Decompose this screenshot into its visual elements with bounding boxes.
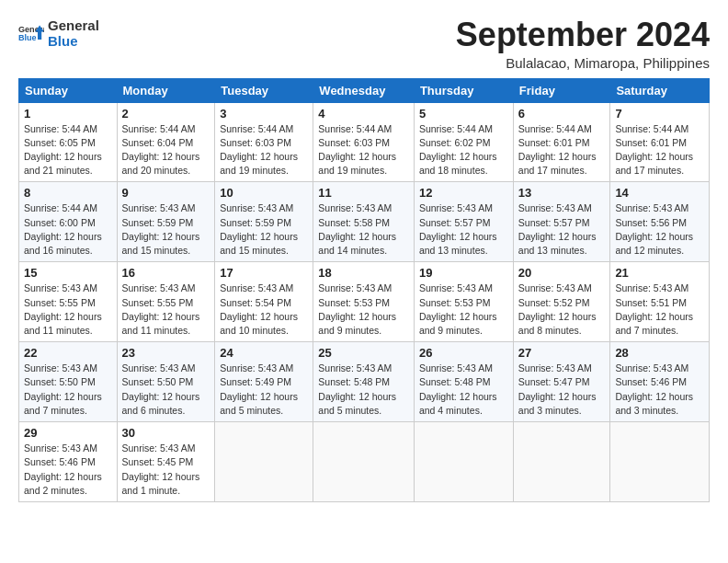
week-row-1: 1Sunrise: 5:44 AM Sunset: 6:05 PM Daylig…: [19, 102, 710, 182]
table-cell: 17Sunrise: 5:43 AM Sunset: 5:54 PM Dayli…: [215, 262, 313, 342]
week-row-5: 29Sunrise: 5:43 AM Sunset: 5:46 PM Dayli…: [19, 422, 710, 502]
header-row: Sunday Monday Tuesday Wednesday Thursday…: [19, 78, 710, 102]
day-number: 20: [518, 266, 606, 280]
day-info: Sunrise: 5:44 AM Sunset: 6:01 PM Dayligh…: [518, 122, 606, 178]
day-number: 24: [220, 346, 308, 360]
table-cell: 28Sunrise: 5:43 AM Sunset: 5:46 PM Dayli…: [610, 342, 710, 422]
logo: General Blue General Blue: [18, 17, 99, 49]
day-number: 5: [419, 107, 508, 121]
week-row-2: 8Sunrise: 5:44 AM Sunset: 6:00 PM Daylig…: [19, 182, 710, 262]
day-info: Sunrise: 5:44 AM Sunset: 6:03 PM Dayligh…: [220, 122, 308, 178]
day-info: Sunrise: 5:43 AM Sunset: 5:54 PM Dayligh…: [220, 282, 308, 338]
day-number: 9: [122, 186, 210, 200]
col-tuesday: Tuesday: [215, 78, 313, 102]
table-cell: [414, 422, 513, 502]
day-info: Sunrise: 5:43 AM Sunset: 5:53 PM Dayligh…: [419, 282, 508, 338]
day-info: Sunrise: 5:43 AM Sunset: 5:53 PM Dayligh…: [318, 282, 409, 338]
day-number: 30: [122, 426, 210, 440]
day-info: Sunrise: 5:43 AM Sunset: 5:51 PM Dayligh…: [615, 282, 704, 338]
day-info: Sunrise: 5:44 AM Sunset: 6:00 PM Dayligh…: [24, 201, 112, 258]
day-number: 2: [122, 107, 210, 121]
day-number: 26: [419, 346, 508, 360]
table-cell: 12Sunrise: 5:43 AM Sunset: 5:57 PM Dayli…: [414, 182, 513, 262]
day-number: 13: [518, 186, 606, 200]
day-number: 10: [220, 186, 308, 200]
day-number: 12: [419, 186, 508, 200]
table-cell: 22Sunrise: 5:43 AM Sunset: 5:50 PM Dayli…: [19, 342, 118, 422]
day-info: Sunrise: 5:43 AM Sunset: 5:47 PM Dayligh…: [518, 362, 606, 418]
table-cell: 10Sunrise: 5:43 AM Sunset: 5:59 PM Dayli…: [215, 182, 313, 262]
day-info: Sunrise: 5:43 AM Sunset: 5:58 PM Dayligh…: [318, 201, 409, 258]
table-cell: 25Sunrise: 5:43 AM Sunset: 5:48 PM Dayli…: [313, 342, 415, 422]
page: General Blue General Blue September 2024…: [0, 0, 728, 511]
day-info: Sunrise: 5:43 AM Sunset: 5:55 PM Dayligh…: [122, 282, 210, 338]
day-info: Sunrise: 5:44 AM Sunset: 6:04 PM Dayligh…: [122, 122, 210, 178]
table-cell: 1Sunrise: 5:44 AM Sunset: 6:05 PM Daylig…: [19, 102, 118, 182]
table-cell: 3Sunrise: 5:44 AM Sunset: 6:03 PM Daylig…: [215, 102, 313, 182]
day-info: Sunrise: 5:43 AM Sunset: 5:50 PM Dayligh…: [122, 362, 210, 418]
day-info: Sunrise: 5:44 AM Sunset: 6:03 PM Dayligh…: [318, 122, 409, 178]
logo-icon: General Blue: [18, 20, 44, 46]
table-cell: 8Sunrise: 5:44 AM Sunset: 6:00 PM Daylig…: [19, 182, 118, 262]
calendar: Sunday Monday Tuesday Wednesday Thursday…: [18, 78, 710, 502]
day-number: 29: [24, 426, 112, 440]
table-cell: 27Sunrise: 5:43 AM Sunset: 5:47 PM Dayli…: [513, 342, 610, 422]
day-number: 3: [220, 107, 308, 121]
table-cell: 4Sunrise: 5:44 AM Sunset: 6:03 PM Daylig…: [313, 102, 415, 182]
day-info: Sunrise: 5:43 AM Sunset: 5:52 PM Dayligh…: [518, 282, 606, 338]
day-info: Sunrise: 5:43 AM Sunset: 5:50 PM Dayligh…: [24, 362, 112, 418]
day-info: Sunrise: 5:44 AM Sunset: 6:05 PM Dayligh…: [24, 122, 112, 178]
title-block: September 2024 Bulalacao, Mimaropa, Phil…: [456, 17, 710, 71]
day-info: Sunrise: 5:43 AM Sunset: 5:46 PM Dayligh…: [24, 442, 112, 498]
col-saturday: Saturday: [610, 78, 710, 102]
day-info: Sunrise: 5:43 AM Sunset: 5:59 PM Dayligh…: [220, 201, 308, 258]
day-number: 7: [615, 107, 704, 121]
day-number: 15: [24, 266, 112, 280]
day-info: Sunrise: 5:43 AM Sunset: 5:59 PM Dayligh…: [122, 201, 210, 258]
table-cell: 11Sunrise: 5:43 AM Sunset: 5:58 PM Dayli…: [313, 182, 415, 262]
day-number: 8: [24, 186, 112, 200]
day-number: 27: [518, 346, 606, 360]
table-cell: 29Sunrise: 5:43 AM Sunset: 5:46 PM Dayli…: [19, 422, 118, 502]
header: General Blue General Blue September 2024…: [18, 17, 710, 71]
week-row-4: 22Sunrise: 5:43 AM Sunset: 5:50 PM Dayli…: [19, 342, 710, 422]
table-cell: 30Sunrise: 5:43 AM Sunset: 5:45 PM Dayli…: [117, 422, 215, 502]
table-cell: 24Sunrise: 5:43 AM Sunset: 5:49 PM Dayli…: [215, 342, 313, 422]
table-cell: 26Sunrise: 5:43 AM Sunset: 5:48 PM Dayli…: [414, 342, 513, 422]
table-cell: 15Sunrise: 5:43 AM Sunset: 5:55 PM Dayli…: [19, 262, 118, 342]
logo-blue: Blue: [48, 34, 99, 50]
day-number: 14: [615, 186, 704, 200]
day-info: Sunrise: 5:43 AM Sunset: 5:57 PM Dayligh…: [518, 201, 606, 258]
day-info: Sunrise: 5:43 AM Sunset: 5:49 PM Dayligh…: [220, 362, 308, 418]
day-number: 25: [318, 346, 409, 360]
logo-general: General: [48, 18, 99, 34]
day-info: Sunrise: 5:44 AM Sunset: 6:02 PM Dayligh…: [419, 122, 508, 178]
day-info: Sunrise: 5:43 AM Sunset: 5:55 PM Dayligh…: [24, 282, 112, 338]
table-cell: [313, 422, 415, 502]
table-cell: 20Sunrise: 5:43 AM Sunset: 5:52 PM Dayli…: [513, 262, 610, 342]
day-info: Sunrise: 5:43 AM Sunset: 5:46 PM Dayligh…: [615, 362, 704, 418]
day-number: 11: [318, 186, 409, 200]
table-cell: 21Sunrise: 5:43 AM Sunset: 5:51 PM Dayli…: [610, 262, 710, 342]
day-number: 18: [318, 266, 409, 280]
col-monday: Monday: [117, 78, 215, 102]
day-info: Sunrise: 5:44 AM Sunset: 6:01 PM Dayligh…: [615, 122, 704, 178]
table-cell: 23Sunrise: 5:43 AM Sunset: 5:50 PM Dayli…: [117, 342, 215, 422]
table-cell: 14Sunrise: 5:43 AM Sunset: 5:56 PM Dayli…: [610, 182, 710, 262]
table-cell: [513, 422, 610, 502]
col-wednesday: Wednesday: [313, 78, 415, 102]
day-number: 1: [24, 107, 112, 121]
day-number: 22: [24, 346, 112, 360]
day-number: 19: [419, 266, 508, 280]
table-cell: 5Sunrise: 5:44 AM Sunset: 6:02 PM Daylig…: [414, 102, 513, 182]
week-row-3: 15Sunrise: 5:43 AM Sunset: 5:55 PM Dayli…: [19, 262, 710, 342]
day-number: 23: [122, 346, 210, 360]
day-number: 28: [615, 346, 704, 360]
day-number: 6: [518, 107, 606, 121]
day-number: 21: [615, 266, 704, 280]
day-info: Sunrise: 5:43 AM Sunset: 5:57 PM Dayligh…: [419, 201, 508, 258]
day-number: 4: [318, 107, 409, 121]
day-info: Sunrise: 5:43 AM Sunset: 5:48 PM Dayligh…: [318, 362, 409, 418]
col-sunday: Sunday: [19, 78, 118, 102]
svg-text:Blue: Blue: [18, 33, 37, 42]
